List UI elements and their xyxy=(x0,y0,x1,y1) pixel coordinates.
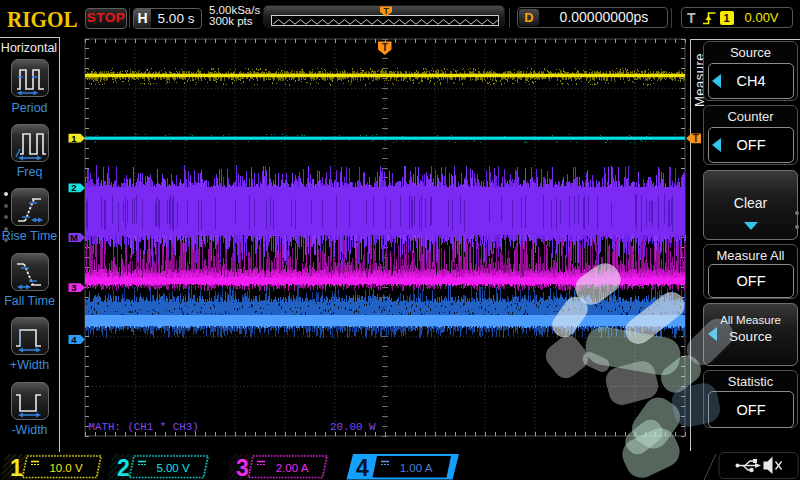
svg-text:2: 2 xyxy=(117,455,130,480)
svg-text:1.00 A: 1.00 A xyxy=(400,462,433,474)
svg-text:4: 4 xyxy=(71,334,77,345)
svg-text:MATH: (CH1 * CH3): MATH: (CH1 * CH3) xyxy=(89,421,199,433)
svg-text:2.00 A: 2.00 A xyxy=(276,462,309,474)
svg-text:10.0 V: 10.0 V xyxy=(49,462,83,474)
svg-text:T: T xyxy=(382,42,388,53)
svg-text:20.00 W: 20.00 W xyxy=(330,421,376,433)
svg-text:1: 1 xyxy=(71,133,77,144)
svg-text:3: 3 xyxy=(236,455,249,480)
svg-text:3: 3 xyxy=(71,282,76,293)
svg-text:M: M xyxy=(70,232,78,243)
svg-text:4: 4 xyxy=(356,455,369,480)
svg-text:2: 2 xyxy=(71,182,76,193)
svg-text:T: T xyxy=(383,6,389,16)
svg-text:1: 1 xyxy=(10,455,23,480)
svg-text:5.00 V: 5.00 V xyxy=(156,462,190,474)
